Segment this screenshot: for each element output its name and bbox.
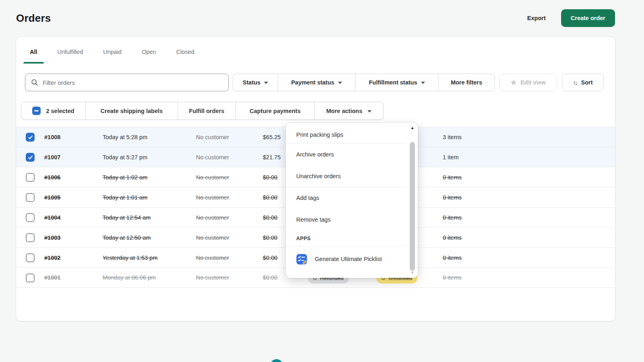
order-customer: No customer — [196, 187, 229, 207]
order-number: #1006 — [44, 167, 60, 187]
row-checkbox[interactable] — [26, 253, 35, 262]
export-button[interactable]: Export — [526, 12, 547, 25]
menu-item[interactable]: APPS — [286, 230, 407, 247]
star-icon: ★ — [510, 79, 517, 86]
tab[interactable]: Unfulfilled — [50, 43, 91, 60]
header-actions: Export Create order — [526, 9, 615, 27]
edit-view-button[interactable]: ★ Edit view — [499, 74, 557, 91]
bulk-actions-bar: 2 selected Create shipping labels Fulfil… — [21, 102, 384, 120]
row-checkbox[interactable] — [26, 173, 35, 182]
filter-button-label: Fulfillment status — [369, 79, 417, 86]
menu-item[interactable]: Print packing slips — [286, 126, 407, 144]
menu-item-label: Generate Ultimate Picklist — [315, 256, 382, 262]
tab[interactable]: All — [23, 43, 45, 60]
bulk-action-button[interactable]: Fulfill orders — [178, 102, 236, 120]
order-customer: No customer — [196, 167, 229, 187]
bulk-action-label: 2 selected — [46, 108, 74, 114]
tab-label: Unpaid — [103, 49, 122, 55]
order-date: Today at 5:28 pm — [103, 127, 147, 147]
menu-item-label: Remove tags — [296, 216, 330, 223]
order-total: $0.00 — [263, 187, 277, 207]
scroll-up-icon[interactable]: ▲ — [409, 125, 416, 131]
filter-button-label: More filters — [451, 79, 482, 86]
menu-scrollbar[interactable]: ▲ ▼ — [409, 125, 416, 276]
row-checkbox[interactable] — [26, 213, 35, 222]
bulk-action-label: Create shipping labels — [101, 108, 163, 114]
order-date: Monday at 06:06 pm — [103, 268, 156, 287]
sort-button[interactable]: ↑↓ Sort — [562, 74, 604, 91]
create-order-button[interactable]: Create order — [561, 9, 615, 27]
tab[interactable]: Unpaid — [96, 43, 129, 60]
order-items-count: 0 items — [443, 208, 462, 227]
order-customer: No customer — [196, 248, 229, 267]
order-items-count: 0 items — [443, 228, 462, 247]
order-customer: No customer — [196, 208, 229, 227]
menu-item[interactable]: Archive orders — [286, 144, 407, 165]
row-checkbox[interactable] — [26, 233, 35, 242]
select-all-checkbox[interactable] — [32, 107, 41, 115]
bulk-action-button[interactable]: More actions — [314, 102, 384, 120]
order-date: Today at 12:54 am — [103, 208, 151, 227]
tab[interactable]: Open — [134, 43, 163, 60]
order-total: $0.00 — [263, 208, 277, 227]
tab[interactable]: Closed — [169, 43, 202, 60]
order-total: $65.25 — [263, 127, 281, 147]
order-customer: No customer — [196, 147, 229, 167]
order-items-count: 1 item — [443, 147, 459, 167]
order-customer: No customer — [196, 228, 229, 247]
order-date: Yesterday at 1:53 pm — [103, 248, 158, 267]
filter-button[interactable]: Fulfillment status — [355, 74, 439, 91]
order-date: Today at 5:27 pm — [103, 147, 147, 167]
check-icon — [28, 155, 33, 160]
search-input[interactable] — [43, 79, 223, 86]
menu-item[interactable]: Generate Ultimate Picklist — [286, 247, 407, 272]
bulk-action-button[interactable]: Create shipping labels — [85, 102, 178, 120]
menu-item[interactable]: Add tags — [286, 187, 407, 209]
bulk-action-button[interactable]: 2 selected — [21, 102, 86, 120]
chevron-down-icon — [421, 82, 425, 84]
bulk-action-label: Fulfill orders — [189, 108, 225, 114]
order-total: $21.75 — [263, 147, 281, 167]
search-box[interactable] — [25, 74, 229, 91]
bulk-action-label: More actions — [326, 108, 362, 114]
tab-label: Closed — [176, 49, 194, 55]
filter-button-group: Status Payment status Fulfillment status… — [233, 74, 495, 91]
row-checkbox[interactable] — [26, 133, 35, 142]
order-number: #1005 — [44, 187, 60, 207]
chevron-down-icon — [338, 82, 342, 84]
menu-item-label: Unarchive orders — [296, 173, 341, 179]
row-checkbox[interactable] — [26, 274, 35, 282]
row-checkbox[interactable] — [26, 193, 35, 202]
order-date: Today at 1:02 am — [103, 167, 147, 187]
chevron-down-icon — [367, 110, 372, 113]
menu-item[interactable]: Unarchive orders — [286, 165, 407, 187]
sort-label: Sort — [581, 79, 593, 86]
order-total: $0.00 — [263, 268, 277, 287]
search-icon — [31, 79, 38, 86]
order-items-count: 0 items — [443, 248, 462, 267]
menu-item-label: APPS — [296, 236, 311, 241]
more-actions-menu: Print packing slips Archive orders Unarc… — [286, 123, 418, 278]
filter-button[interactable]: Status — [233, 74, 278, 91]
order-date: Today at 1:01 am — [103, 187, 147, 207]
menu-item[interactable]: Remove tags — [286, 209, 407, 230]
scrollbar-thumb[interactable] — [410, 142, 415, 271]
order-customer: No customer — [196, 127, 229, 147]
tab-bar: All Unfulfilled Unpaid Open Closed — [23, 43, 202, 60]
order-total: $0.00 — [263, 167, 277, 187]
scroll-down-icon[interactable]: ▼ — [409, 270, 416, 276]
chat-launcher-icon[interactable] — [270, 359, 283, 362]
filter-button[interactable]: More filters — [438, 74, 495, 91]
page-header: Orders Export Create order — [16, 0, 615, 36]
filter-button[interactable]: Payment status — [278, 74, 355, 91]
order-total: $0.00 — [263, 248, 277, 267]
order-number: #1008 — [44, 127, 60, 147]
menu-item-label: Add tags — [296, 195, 319, 201]
order-number: #1004 — [44, 208, 60, 227]
order-number: #1003 — [44, 228, 60, 247]
edit-view-label: Edit view — [520, 79, 546, 86]
row-checkbox[interactable] — [26, 153, 35, 162]
bulk-action-button[interactable]: Capture payments — [235, 102, 315, 120]
filter-row: Status Payment status Fulfillment status… — [25, 74, 604, 91]
order-items-count: 0 items — [443, 268, 462, 287]
